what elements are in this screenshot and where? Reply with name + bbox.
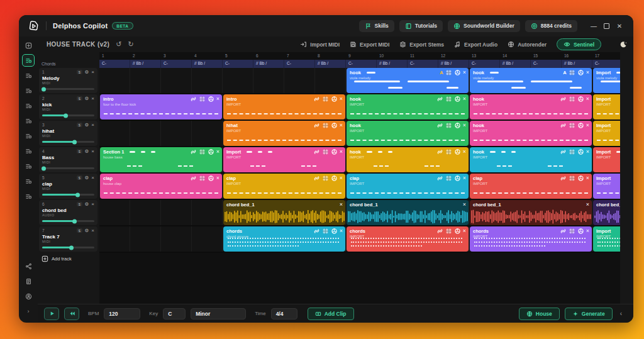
chord-cell[interactable]: // Bb /: [562, 60, 592, 68]
clip-delete-icon[interactable]: ×: [216, 175, 219, 181]
audio-clip[interactable]: chord bed_1 ×: [593, 200, 620, 225]
link-icon[interactable]: [436, 148, 443, 155]
track-delete-icon[interactable]: ×: [91, 123, 94, 128]
sidebar-item-track-4[interactable]: [22, 99, 35, 112]
clip-delete-icon[interactable]: ×: [463, 70, 466, 75]
tutorials-button[interactable]: Tutorials: [399, 20, 443, 32]
wheel-icon[interactable]: [331, 122, 338, 129]
grid-icon[interactable]: [569, 148, 575, 155]
midi-clip[interactable]: clap × IMPORT: [470, 174, 592, 199]
key-input[interactable]: C: [163, 308, 186, 320]
clip-delete-icon[interactable]: ×: [463, 96, 466, 102]
wheel-icon[interactable]: [577, 69, 584, 76]
skills-button[interactable]: Skills: [359, 20, 394, 32]
midi-clip[interactable]: Import × IMPORT: [593, 226, 620, 252]
solo-button[interactable]: s: [77, 123, 82, 128]
link-icon[interactable]: [560, 96, 567, 103]
track-item[interactable]: 3 s ⚙ × hihat MIDI: [39, 121, 97, 146]
audio-clip[interactable]: chord bed_1 ×: [470, 200, 592, 225]
midi-clip[interactable]: chords × IMPORT: [470, 226, 592, 252]
sidebar-item-track-1[interactable]: [22, 54, 35, 67]
track-settings-icon[interactable]: ⚙: [85, 202, 89, 207]
sidebar-item-track-6[interactable]: [22, 130, 35, 142]
link-icon[interactable]: [313, 122, 320, 129]
sidebar-item-track-8[interactable]: [22, 160, 35, 172]
wheel-icon[interactable]: [331, 96, 338, 103]
track-settings-icon[interactable]: ⚙: [85, 175, 89, 181]
grid-icon[interactable]: [569, 228, 575, 235]
collapse-chevron[interactable]: ‹: [618, 310, 625, 317]
midi-clip[interactable]: clap × IMPORT: [347, 174, 469, 199]
wheel-icon[interactable]: [331, 228, 338, 235]
time-input[interactable]: 4/4: [271, 308, 297, 320]
wheel-icon[interactable]: [577, 96, 584, 103]
docs-button[interactable]: [22, 275, 35, 287]
redo-icon[interactable]: ↻: [128, 40, 134, 48]
import-midi-button[interactable]: Import MIDI: [300, 41, 340, 48]
grid-icon[interactable]: [199, 175, 206, 182]
track-delete-icon[interactable]: ×: [91, 70, 94, 75]
chord-cell[interactable]: C-: [223, 60, 253, 68]
grid-icon[interactable]: [322, 96, 329, 103]
solo-button[interactable]: s: [77, 175, 82, 181]
volume-slider[interactable]: [42, 247, 94, 248]
clip-delete-icon[interactable]: ×: [586, 123, 589, 128]
midi-clip[interactable]: chords × IMPORT: [347, 226, 469, 252]
export-audio-button[interactable]: Export Audio: [454, 41, 497, 48]
wheel-icon[interactable]: [577, 122, 584, 129]
track-delete-icon[interactable]: ×: [91, 96, 94, 101]
export-midi-button[interactable]: Export MIDI: [350, 41, 389, 48]
track-settings-icon[interactable]: ⚙: [85, 228, 89, 233]
chord-cell[interactable]: C-: [346, 60, 377, 68]
clip-delete-icon[interactable]: ×: [586, 228, 589, 234]
chord-cell[interactable]: // Bb /: [192, 60, 223, 68]
volume-slider[interactable]: [42, 194, 94, 196]
midi-clip[interactable]: Import × IMPORT: [593, 147, 620, 172]
grid-icon[interactable]: [445, 175, 452, 182]
clip-delete-icon[interactable]: ×: [216, 96, 219, 102]
volume-slider[interactable]: [42, 114, 94, 116]
chord-cell[interactable]: C-: [592, 60, 620, 68]
clip-delete-icon[interactable]: ×: [340, 96, 343, 102]
grid-icon[interactable]: [322, 228, 329, 235]
sidebar-item-track-3[interactable]: [22, 84, 35, 97]
clip-a-badge[interactable]: A: [563, 70, 566, 75]
clip-delete-icon[interactable]: ×: [586, 96, 589, 102]
track-item[interactable]: 2 s ⚙ × kick MIDI: [39, 94, 97, 119]
clip-delete-icon[interactable]: ×: [463, 149, 466, 155]
chord-cell[interactable]: C-: [469, 60, 500, 68]
audio-clip[interactable]: chord bed_1 ×: [347, 200, 469, 225]
chord-cell[interactable]: // Bb /: [130, 60, 161, 68]
midi-clip[interactable]: hook × IMPORT: [470, 147, 592, 172]
track-settings-icon[interactable]: ⚙: [85, 123, 89, 128]
midi-clip[interactable]: chords × chord groove: [223, 226, 345, 252]
link-icon[interactable]: [560, 175, 567, 182]
link-icon[interactable]: [313, 96, 320, 103]
link-icon[interactable]: [560, 148, 567, 155]
credits-button[interactable]: 8884 credits: [525, 20, 577, 32]
clip-delete-icon[interactable]: ×: [463, 202, 466, 208]
clip-delete-icon[interactable]: ×: [463, 123, 466, 128]
sentinel-button[interactable]: Sentinel: [557, 38, 601, 50]
wheel-icon[interactable]: [208, 148, 214, 155]
clip-delete-icon[interactable]: ×: [340, 149, 343, 155]
wheel-icon[interactable]: [454, 122, 461, 129]
track-delete-icon[interactable]: ×: [91, 228, 94, 233]
track-delete-icon[interactable]: ×: [91, 202, 94, 207]
sidebar-item-track-9[interactable]: [22, 175, 35, 187]
wheel-icon[interactable]: [331, 175, 338, 182]
rewind-button[interactable]: [64, 308, 79, 320]
grid-icon[interactable]: [569, 96, 575, 103]
chord-cell[interactable]: C-: [408, 60, 438, 68]
link-icon[interactable]: [436, 122, 443, 129]
grid-icon[interactable]: [322, 122, 329, 129]
midi-clip[interactable]: Import × IMPORT: [223, 147, 345, 172]
sidebar-item-track-5[interactable]: [22, 114, 35, 127]
account-button[interactable]: [22, 290, 35, 303]
clip-delete-icon[interactable]: ×: [340, 175, 343, 181]
midi-clip[interactable]: hook A× viola melody: [470, 68, 592, 93]
link-icon[interactable]: [436, 228, 443, 235]
link-icon[interactable]: [313, 175, 320, 182]
chord-cell[interactable]: C-: [161, 60, 192, 68]
grid-icon[interactable]: [199, 96, 206, 103]
